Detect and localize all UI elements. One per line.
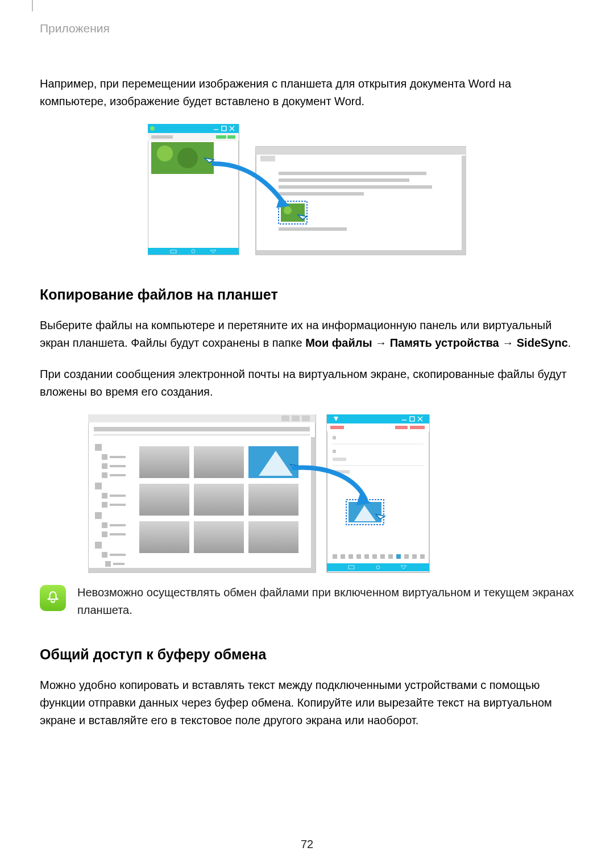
intro-paragraph: Например, при перемещении изображения с … — [40, 75, 574, 110]
svg-rect-15 — [148, 248, 239, 255]
svg-rect-40 — [95, 444, 102, 451]
svg-rect-53 — [102, 522, 107, 528]
svg-rect-61 — [113, 563, 125, 565]
svg-rect-88 — [333, 458, 346, 461]
bold-sidesync: SideSync — [517, 337, 568, 349]
svg-rect-48 — [102, 493, 107, 499]
section1-paragraph-b: При создании сообщения электронной почты… — [40, 366, 574, 401]
svg-rect-60 — [105, 561, 111, 567]
svg-rect-19 — [256, 147, 466, 155]
svg-rect-106 — [420, 554, 425, 559]
note-text: Невозможно осуществлять обмен файлами пр… — [77, 584, 574, 619]
top-margin-rule — [32, 0, 33, 11]
svg-rect-57 — [95, 542, 102, 549]
svg-rect-25 — [279, 185, 432, 189]
svg-rect-82 — [330, 426, 344, 429]
svg-rect-52 — [95, 512, 102, 519]
section-title-clipboard: Общий доступ к буферу обмена — [40, 646, 574, 663]
svg-rect-21 — [256, 250, 466, 255]
svg-rect-51 — [110, 504, 126, 506]
svg-rect-69 — [248, 484, 298, 516]
svg-rect-49 — [110, 495, 126, 497]
svg-rect-73 — [88, 568, 316, 572]
svg-rect-10 — [227, 135, 235, 139]
section1-paragraph-a: Выберите файлы на компьютере и перетянит… — [40, 317, 574, 352]
svg-rect-26 — [279, 192, 364, 196]
svg-rect-76 — [327, 414, 429, 423]
svg-rect-31 — [279, 227, 347, 231]
svg-rect-37 — [302, 416, 310, 421]
svg-rect-47 — [95, 483, 102, 489]
svg-rect-87 — [333, 450, 336, 453]
svg-rect-102 — [388, 554, 393, 559]
svg-point-2 — [150, 126, 155, 131]
svg-rect-50 — [102, 502, 107, 508]
svg-rect-20 — [260, 156, 275, 161]
svg-rect-75 — [327, 414, 429, 572]
svg-rect-98 — [356, 554, 361, 559]
svg-rect-54 — [110, 524, 126, 526]
section-title-copy-to-tablet: Копирование файлов на планшет — [40, 286, 574, 303]
svg-rect-103 — [396, 554, 401, 559]
svg-rect-56 — [110, 533, 126, 535]
svg-rect-70 — [139, 521, 189, 553]
svg-rect-42 — [110, 456, 126, 458]
figure-drag-to-word — [40, 124, 574, 259]
svg-rect-100 — [372, 554, 377, 559]
svg-rect-85 — [333, 436, 336, 439]
page-number: 72 — [0, 838, 614, 851]
svg-rect-95 — [333, 554, 337, 559]
svg-rect-84 — [410, 426, 425, 429]
svg-rect-45 — [102, 472, 107, 478]
svg-rect-1 — [148, 124, 239, 133]
svg-rect-58 — [102, 552, 107, 558]
svg-rect-46 — [110, 474, 126, 476]
svg-rect-96 — [341, 554, 345, 559]
svg-rect-22 — [462, 156, 466, 251]
svg-rect-24 — [279, 178, 409, 182]
svg-rect-105 — [412, 554, 417, 559]
svg-rect-38 — [94, 427, 310, 431]
svg-rect-68 — [194, 484, 244, 516]
svg-rect-23 — [279, 172, 426, 175]
svg-rect-9 — [216, 135, 226, 139]
svg-rect-59 — [110, 554, 126, 556]
svg-rect-55 — [102, 531, 107, 537]
svg-rect-74 — [311, 437, 316, 569]
svg-rect-35 — [281, 416, 289, 421]
svg-rect-72 — [248, 521, 298, 553]
arrow-sep: → — [499, 337, 517, 349]
svg-rect-44 — [110, 465, 126, 467]
svg-rect-83 — [395, 426, 408, 429]
figure-drag-to-tablet — [40, 414, 574, 574]
note-block: Невозможно осуществлять обмен файлами пр… — [40, 584, 574, 619]
svg-rect-39 — [94, 434, 310, 436]
svg-rect-101 — [380, 554, 385, 559]
svg-rect-104 — [404, 554, 409, 559]
svg-rect-62 — [139, 446, 189, 478]
svg-rect-97 — [349, 554, 353, 559]
svg-point-13 — [177, 148, 198, 168]
bold-device-memory: Память устройства — [390, 337, 499, 349]
svg-rect-99 — [364, 554, 369, 559]
section2-paragraph: Можно удобно копировать и вставлять текс… — [40, 676, 574, 729]
period: . — [568, 337, 571, 349]
bold-my-files: Мои файлы — [305, 337, 372, 349]
svg-rect-43 — [102, 463, 107, 469]
svg-rect-67 — [139, 484, 189, 516]
svg-point-29 — [284, 206, 292, 214]
svg-rect-71 — [194, 521, 244, 553]
svg-rect-36 — [292, 416, 300, 421]
bell-icon — [40, 585, 66, 611]
breadcrumb: Приложения — [40, 22, 574, 35]
svg-rect-107 — [327, 563, 429, 571]
svg-rect-63 — [194, 446, 244, 478]
svg-point-12 — [157, 146, 173, 161]
svg-rect-41 — [102, 454, 107, 460]
arrow-sep: → — [372, 337, 390, 349]
svg-rect-8 — [151, 135, 173, 139]
